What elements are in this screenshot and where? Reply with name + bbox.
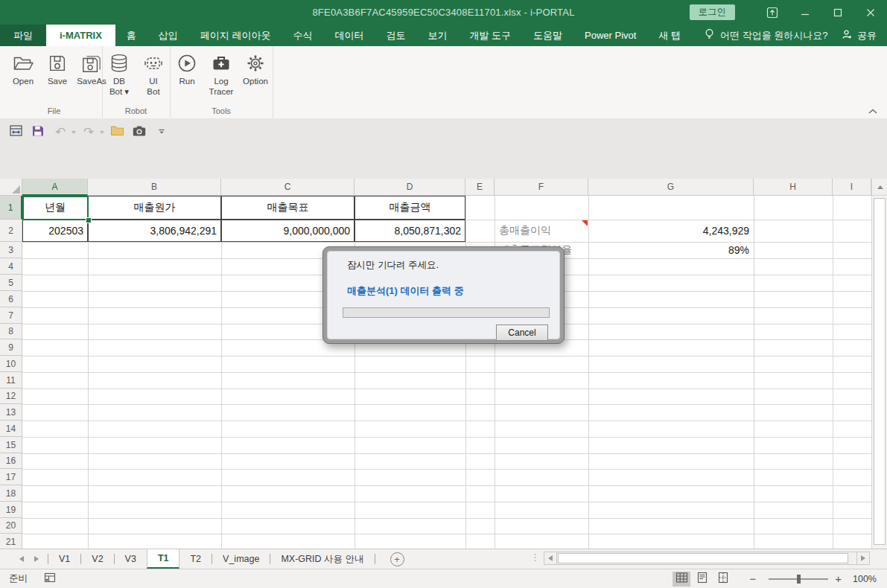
- tell-me-search[interactable]: 어떤 작업을 원하시나요?: [696, 25, 835, 46]
- collapse-ribbon-icon[interactable]: [868, 105, 880, 114]
- close-button[interactable]: [854, 0, 887, 25]
- scroll-up-icon[interactable]: [872, 179, 887, 196]
- row-header-18[interactable]: 18: [0, 485, 22, 502]
- row-header-16[interactable]: 16: [0, 453, 22, 469]
- row-header-4[interactable]: 4: [0, 258, 22, 275]
- cell-G3[interactable]: 89%: [588, 242, 754, 258]
- vertical-scrollbar-thumb[interactable]: [874, 198, 886, 545]
- qat-redo-button[interactable]: ↷: [79, 123, 98, 142]
- horizontal-scrollbar[interactable]: [544, 552, 870, 565]
- cell-B1[interactable]: 매출원가: [88, 196, 221, 220]
- zoom-slider[interactable]: [769, 578, 828, 580]
- save-button[interactable]: Save: [40, 51, 74, 86]
- cell-A2[interactable]: 202503: [22, 220, 88, 242]
- scroll-left-icon[interactable]: [544, 552, 557, 565]
- tab-help[interactable]: 도움말: [522, 25, 573, 46]
- qat-save-button[interactable]: [28, 123, 48, 142]
- dropdown-arrow-icon[interactable]: [100, 131, 104, 134]
- row-header-5[interactable]: 5: [0, 275, 22, 291]
- row-header-13[interactable]: 13: [0, 404, 22, 421]
- row-header-7[interactable]: 7: [0, 307, 22, 324]
- tab-new-tab[interactable]: 새 탭: [647, 25, 692, 46]
- worksheet-grid[interactable]: ABCDEFGHI1234567891011121314151617181920…: [0, 179, 871, 549]
- cell-G2[interactable]: 4,243,929: [588, 220, 754, 242]
- page-layout-button[interactable]: [693, 572, 711, 587]
- normal-view-button[interactable]: [673, 572, 690, 587]
- sheet-tab-v2[interactable]: V2: [81, 549, 113, 569]
- row-header-2[interactable]: 2: [0, 220, 22, 242]
- cell-D1[interactable]: 매출금액: [355, 196, 465, 220]
- row-header-10[interactable]: 10: [0, 356, 22, 372]
- tab-power-pivot[interactable]: Power Pivot: [573, 25, 647, 46]
- column-header-e[interactable]: E: [465, 179, 495, 196]
- dropdown-arrow-icon[interactable]: [71, 131, 76, 134]
- row-header-1[interactable]: 1: [0, 196, 22, 220]
- option-button[interactable]: Option: [238, 51, 273, 86]
- cell-C2[interactable]: 9,000,000,000: [221, 220, 355, 242]
- column-header-d[interactable]: D: [355, 179, 465, 196]
- tab-i-matrix[interactable]: i-MATRIX: [46, 25, 115, 46]
- sheet-tab-v3[interactable]: V3: [115, 549, 147, 569]
- ui-bot-button[interactable]: UI Bot: [136, 51, 171, 97]
- login-button[interactable]: 로그인: [690, 4, 736, 20]
- row-header-15[interactable]: 15: [0, 437, 22, 453]
- zoom-level[interactable]: 100%: [848, 574, 877, 584]
- column-header-h[interactable]: H: [754, 179, 833, 196]
- cell-C1[interactable]: 매출목표: [221, 196, 355, 220]
- select-all-corner[interactable]: [0, 179, 22, 196]
- tab-developer[interactable]: 개발 도구: [458, 25, 522, 46]
- sheet-tab-t1[interactable]: T1: [147, 549, 180, 569]
- fill-handle[interactable]: [86, 217, 92, 223]
- column-header-f[interactable]: F: [495, 179, 588, 196]
- tab-view[interactable]: 보기: [416, 25, 458, 46]
- ribbon-display-options-icon[interactable]: [756, 0, 789, 25]
- row-header-21[interactable]: 21: [0, 534, 22, 549]
- cell-D2[interactable]: 8,050,871,302: [355, 220, 465, 242]
- new-sheet-button[interactable]: +: [390, 549, 404, 569]
- horizontal-scrollbar-track[interactable]: [557, 552, 856, 565]
- row-header-9[interactable]: 9: [0, 339, 22, 356]
- tab-review[interactable]: 검토: [375, 25, 416, 46]
- vertical-scrollbar[interactable]: [871, 179, 887, 549]
- column-header-b[interactable]: B: [88, 179, 221, 196]
- column-header-i[interactable]: I: [833, 179, 871, 196]
- tab-page-layout[interactable]: 페이지 레이아웃: [189, 25, 282, 46]
- previous-sheet-icon[interactable]: [19, 556, 24, 562]
- qat-undo-button[interactable]: ↶: [51, 123, 70, 142]
- zoom-slider-thumb[interactable]: [797, 575, 801, 584]
- column-header-c[interactable]: C: [221, 179, 355, 196]
- maximize-button[interactable]: [821, 0, 854, 25]
- row-header-12[interactable]: 12: [0, 389, 22, 404]
- qat-camera-button[interactable]: [130, 123, 149, 142]
- row-header-11[interactable]: 11: [0, 372, 22, 389]
- cell-F2[interactable]: 총매출이익: [495, 220, 588, 242]
- row-header-17[interactable]: 17: [0, 469, 22, 485]
- minimize-button[interactable]: [789, 0, 821, 25]
- page-break-button[interactable]: [714, 572, 732, 587]
- next-sheet-icon[interactable]: [34, 556, 39, 562]
- horizontal-scrollbar-thumb[interactable]: [558, 553, 848, 563]
- sheet-tab-v-image[interactable]: V_image: [212, 549, 270, 569]
- cell-B2[interactable]: 3,806,942,291: [88, 220, 221, 242]
- sheet-tab-v1[interactable]: V1: [48, 549, 80, 569]
- log-tracer-button[interactable]: Log Tracer: [204, 51, 238, 97]
- zoom-in-button[interactable]: +: [835, 572, 842, 585]
- row-header-14[interactable]: 14: [0, 421, 22, 437]
- column-header-a[interactable]: A: [22, 179, 88, 196]
- qat-customize-button[interactable]: [152, 123, 171, 142]
- sheet-tab-mx-grid-guide[interactable]: MX-GRID 사용 안내: [270, 549, 374, 569]
- open-button[interactable]: Open: [6, 51, 40, 86]
- row-header-20[interactable]: 20: [0, 518, 22, 534]
- row-header-8[interactable]: 8: [0, 324, 22, 339]
- tabbar-scrollbar-separator-icon[interactable]: ⋮: [530, 552, 540, 563]
- scroll-right-icon[interactable]: [856, 552, 870, 565]
- row-header-19[interactable]: 19: [0, 502, 22, 518]
- qat-open-button[interactable]: [107, 123, 127, 142]
- macro-record-icon[interactable]: [44, 572, 56, 586]
- db-bot-button[interactable]: DB Bot ▾: [102, 51, 136, 97]
- tab-data[interactable]: 데이터: [323, 25, 375, 46]
- sheet-tab-t2[interactable]: T2: [179, 549, 212, 569]
- tab-file[interactable]: 파일: [0, 25, 46, 46]
- row-header-3[interactable]: 3: [0, 242, 22, 258]
- tab-home[interactable]: 홈: [115, 25, 147, 46]
